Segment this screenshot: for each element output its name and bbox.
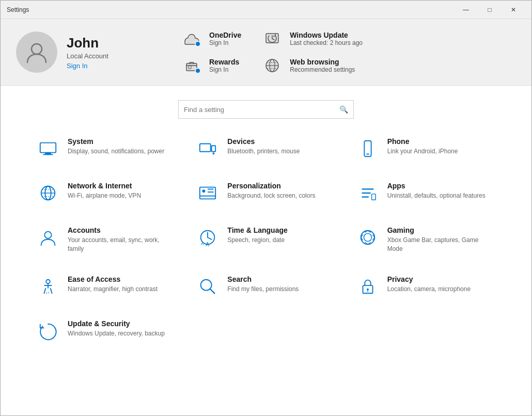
- close-button[interactable]: ✕: [502, 1, 525, 19]
- svg-rect-11: [200, 144, 211, 152]
- profile-info: John Local Account Sign In: [67, 35, 108, 70]
- onedrive-icon-wrap: [181, 29, 202, 48]
- onedrive-name: OneDrive: [209, 31, 241, 39]
- onedrive-dot: [195, 41, 201, 47]
- network-title: Network & Internet: [68, 182, 141, 190]
- phone-text: PhoneLink your Android, iPhone: [387, 137, 458, 156]
- setting-item-search[interactable]: SearchFind my files, permissions: [191, 267, 340, 306]
- privacy-text: PrivacyLocation, camera, microphone: [387, 275, 471, 294]
- profile-name: John: [67, 35, 108, 51]
- profile-signin-link[interactable]: Sign In: [67, 62, 108, 70]
- update-security-icon: [37, 319, 59, 342]
- network-icon: [37, 182, 59, 204]
- header: John Local Account Sign In OneDrive Sign…: [1, 19, 531, 86]
- search-icon: [196, 275, 219, 298]
- web-browsing-text: Web browsing Recommended settings: [290, 58, 355, 73]
- svg-point-35: [46, 279, 50, 283]
- windows-update-icon-wrap: [262, 29, 283, 48]
- windows-update-name: Windows Update: [290, 31, 363, 39]
- apps-text: AppsUninstall, defaults, optional featur…: [387, 182, 486, 200]
- search-area: 🔍: [1, 86, 531, 124]
- setting-item-apps[interactable]: AppsUninstall, defaults, optional featur…: [351, 173, 500, 213]
- personalization-icon: [196, 182, 219, 204]
- rewards-text: Rewards Sign In: [209, 58, 239, 73]
- svg-point-39: [367, 288, 369, 290]
- maximize-button[interactable]: □: [478, 1, 502, 19]
- service-web-browsing[interactable]: Web browsing Recommended settings: [262, 56, 363, 75]
- time-language-title: Time & Language: [227, 226, 287, 234]
- minimize-button[interactable]: —: [454, 1, 478, 19]
- network-text: Network & InternetWi-Fi, airplane mode, …: [68, 182, 141, 200]
- windows-update-text: Windows Update Last checked: 2 hours ago: [290, 31, 363, 46]
- onedrive-text: OneDrive Sign In: [209, 31, 241, 46]
- service-windows-update[interactable]: Windows Update Last checked: 2 hours ago: [262, 29, 363, 48]
- web-browsing-sub: Recommended settings: [290, 66, 355, 73]
- svg-line-30: [208, 237, 212, 239]
- setting-item-system[interactable]: SystemDisplay, sound, notifications, pow…: [32, 129, 181, 168]
- gaming-text: GamingXbox Game Bar, captures, Game Mode: [387, 226, 495, 253]
- titlebar-controls: — □ ✕: [454, 1, 525, 19]
- svg-point-34: [364, 233, 371, 241]
- search-icon: 🔍: [339, 105, 348, 114]
- setting-item-phone[interactable]: PhoneLink your Android, iPhone: [351, 129, 500, 168]
- titlebar: Settings — □ ✕: [1, 1, 531, 19]
- profile-type: Local Account: [67, 52, 108, 60]
- update-security-text: Update & SecurityWindows Update, recover…: [68, 319, 165, 338]
- search-title: Search: [227, 275, 299, 283]
- setting-item-privacy[interactable]: PrivacyLocation, camera, microphone: [351, 267, 500, 306]
- accounts-icon: [37, 226, 59, 249]
- setting-item-update-security[interactable]: Update & SecurityWindows Update, recover…: [32, 311, 181, 350]
- devices-title: Devices: [227, 137, 300, 146]
- setting-item-devices[interactable]: DevicesBluetooth, printers, mouse: [191, 129, 340, 168]
- devices-text: DevicesBluetooth, printers, mouse: [227, 137, 300, 156]
- system-desc: Display, sound, notifications, power: [68, 147, 164, 156]
- web-browsing-icon-wrap: [262, 56, 283, 75]
- system-icon: [37, 137, 59, 160]
- setting-item-ease-of-access[interactable]: Ease of AccessNarrator, magnifier, high …: [32, 267, 181, 306]
- ease-of-access-desc: Narrator, magnifier, high contrast: [68, 285, 158, 294]
- privacy-desc: Location, camera, microphone: [387, 285, 471, 294]
- svg-point-27: [44, 232, 51, 238]
- web-browsing-name: Web browsing: [290, 58, 355, 66]
- ease-of-access-icon: [37, 275, 59, 298]
- svg-line-37: [210, 289, 215, 293]
- phone-desc: Link your Android, iPhone: [387, 147, 458, 156]
- settings-grid: SystemDisplay, sound, notifications, pow…: [1, 124, 531, 361]
- setting-item-network[interactable]: Network & InternetWi-Fi, airplane mode, …: [32, 173, 181, 213]
- personalization-desc: Background, lock screen, colors: [227, 191, 315, 200]
- rewards-name: Rewards: [209, 58, 239, 66]
- rewards-dot: [195, 68, 201, 74]
- gaming-desc: Xbox Game Bar, captures, Game Mode: [387, 236, 495, 253]
- svg-rect-8: [40, 143, 56, 153]
- gaming-title: Gaming: [387, 226, 495, 234]
- phone-title: Phone: [387, 137, 458, 146]
- devices-desc: Bluetooth, printers, mouse: [227, 147, 300, 156]
- rewards-icon-wrap: [181, 56, 202, 75]
- system-text: SystemDisplay, sound, notifications, pow…: [68, 137, 164, 156]
- setting-item-accounts[interactable]: AccountsYour accounts, email, sync, work…: [32, 218, 181, 262]
- windows-update-sub: Last checked: 2 hours ago: [290, 39, 363, 46]
- rewards-sub: Sign In: [209, 66, 239, 73]
- svg-point-13: [213, 153, 215, 155]
- search-input[interactable]: [184, 106, 339, 114]
- service-onedrive[interactable]: OneDrive Sign In: [181, 29, 241, 48]
- apps-icon: [356, 182, 379, 204]
- svg-point-33: [361, 231, 374, 245]
- search-desc: Find my files, permissions: [227, 285, 299, 294]
- service-rewards[interactable]: Rewards Sign In: [181, 56, 241, 75]
- avatar: [16, 31, 57, 73]
- personalization-title: Personalization: [227, 182, 315, 190]
- service-column-left: OneDrive Sign In Rewards Sig: [181, 29, 241, 75]
- time-language-text: Time & LanguageSpeech, region, date: [227, 226, 287, 245]
- apps-desc: Uninstall, defaults, optional features: [387, 191, 486, 200]
- gaming-icon: [356, 226, 379, 249]
- service-column-right: Windows Update Last checked: 2 hours ago…: [262, 29, 363, 75]
- setting-item-gaming[interactable]: GamingXbox Game Bar, captures, Game Mode: [351, 218, 500, 262]
- accounts-text: AccountsYour accounts, email, sync, work…: [68, 226, 176, 253]
- setting-item-time-language[interactable]: AATime & LanguageSpeech, region, date: [191, 218, 340, 262]
- setting-item-personalization[interactable]: PersonalizationBackground, lock screen, …: [191, 173, 340, 213]
- search-box: 🔍: [178, 100, 354, 119]
- titlebar-title: Settings: [7, 6, 29, 13]
- time-language-desc: Speech, region, date: [227, 236, 287, 245]
- devices-icon: [196, 137, 219, 160]
